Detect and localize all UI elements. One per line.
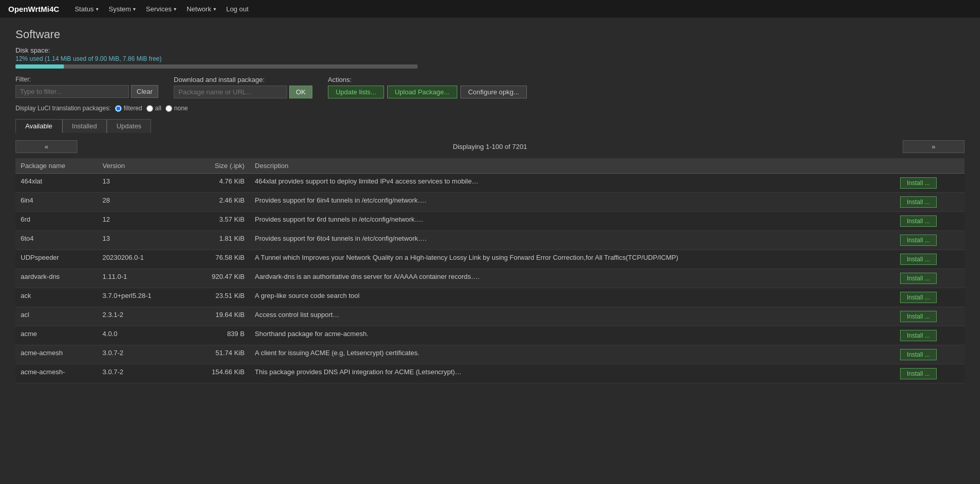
col-header-name: Package name xyxy=(15,158,97,174)
package-description-cell: Provides support for 6in4 tunnels in /et… xyxy=(250,193,895,212)
luci-all-label: all xyxy=(155,105,161,112)
package-version-cell: 20230206.0-1 xyxy=(97,250,186,269)
install-button[interactable]: Install ... xyxy=(900,273,937,284)
tab-available[interactable]: Available xyxy=(15,119,62,133)
package-name-cell: acl xyxy=(15,307,97,326)
nav-network[interactable]: Network ▾ xyxy=(181,0,221,18)
next-page-button[interactable]: » xyxy=(903,140,965,153)
table-row: 6rd123.57 KiBProvides support for 6rd tu… xyxy=(15,212,965,231)
table-row: 464xlat134.76 KiB464xlat provides suppor… xyxy=(15,174,965,193)
filter-input[interactable] xyxy=(15,85,129,98)
package-description-cell: Provides support for 6to4 tunnels in /et… xyxy=(250,231,895,250)
tab-installed[interactable]: Installed xyxy=(62,119,107,133)
install-button[interactable]: Install ... xyxy=(900,215,937,227)
package-name-cell: 6to4 xyxy=(15,231,97,250)
nav-system[interactable]: System ▾ xyxy=(104,0,141,18)
filter-group: Filter: Clear xyxy=(15,76,158,98)
install-button[interactable]: Install ... xyxy=(900,177,937,189)
package-version-cell: 3.7.0+perl5.28-1 xyxy=(97,288,186,307)
package-size-cell: 51.74 KiB xyxy=(186,345,250,364)
col-header-version: Version xyxy=(97,158,186,174)
package-version-cell: 2.3.1-2 xyxy=(97,307,186,326)
table-row: 6to4131.81 KiBProvides support for 6to4 … xyxy=(15,231,965,250)
package-name-cell: ack xyxy=(15,288,97,307)
download-input-row: OK xyxy=(174,86,312,98)
main-content: Software Disk space: 12% used (1.14 MiB … xyxy=(0,18,980,394)
package-size-cell: 839 B xyxy=(186,326,250,345)
package-action-cell: Install ... xyxy=(895,326,965,345)
package-name-cell: acme-acmesh xyxy=(15,345,97,364)
nav-logout[interactable]: Log out xyxy=(221,0,254,18)
col-header-size: Size (.ipk) xyxy=(186,158,250,174)
top-navbar: OpenWrtMi4C Status ▾ System ▾ Services ▾… xyxy=(0,0,980,18)
table-row: acl2.3.1-219.64 KiBAccess control list s… xyxy=(15,307,965,326)
package-size-cell: 2.46 KiB xyxy=(186,193,250,212)
luci-translation-row: Display LuCI translation packages: filte… xyxy=(15,105,965,112)
upload-package-button[interactable]: Upload Package... xyxy=(387,86,457,98)
page-title: Software xyxy=(15,28,965,41)
package-size-cell: 19.64 KiB xyxy=(186,307,250,326)
update-lists-button[interactable]: Update lists... xyxy=(328,86,384,98)
nav-status[interactable]: Status ▾ xyxy=(70,0,104,18)
package-action-cell: Install ... xyxy=(895,250,965,269)
prev-page-button[interactable]: « xyxy=(15,140,77,153)
package-description-cell: A client for issuing ACME (e.g, Letsencr… xyxy=(250,345,895,364)
package-table: Package name Version Size (.ipk) Descrip… xyxy=(15,158,965,383)
clear-filter-button[interactable]: Clear xyxy=(131,85,158,98)
luci-none-label: none xyxy=(174,105,188,112)
package-action-cell: Install ... xyxy=(895,212,965,231)
package-name-cell: 464xlat xyxy=(15,174,97,193)
package-name-cell: UDPspeeder xyxy=(15,250,97,269)
luci-filtered-radio[interactable] xyxy=(115,105,122,112)
configure-opkg-button[interactable]: Configure opkg... xyxy=(460,86,527,98)
package-name-cell: aardvark-dns xyxy=(15,269,97,288)
install-button[interactable]: Install ... xyxy=(900,292,937,303)
package-version-cell: 13 xyxy=(97,231,186,250)
install-button[interactable]: Install ... xyxy=(900,254,937,265)
package-description-cell: Aardvark-dns is an authoritative dns ser… xyxy=(250,269,895,288)
package-name-cell: acme xyxy=(15,326,97,345)
filter-download-actions-row: Filter: Clear Download and install packa… xyxy=(15,76,965,98)
table-row: 6in4282.46 KiBProvides support for 6in4 … xyxy=(15,193,965,212)
filter-label: Filter: xyxy=(15,76,158,83)
download-ok-button[interactable]: OK xyxy=(289,86,312,98)
package-action-cell: Install ... xyxy=(895,288,965,307)
package-size-cell: 154.66 KiB xyxy=(186,364,250,383)
table-row: ack3.7.0+perl5.28-123.51 KiBA grep-like … xyxy=(15,288,965,307)
col-header-action xyxy=(895,158,965,174)
install-button[interactable]: Install ... xyxy=(900,330,937,341)
disk-progress-fill xyxy=(15,64,64,69)
chevron-down-icon: ▾ xyxy=(133,6,136,12)
package-name-cell: 6rd xyxy=(15,212,97,231)
luci-none-radio[interactable] xyxy=(165,105,172,112)
package-size-cell: 1.81 KiB xyxy=(186,231,250,250)
chevron-down-icon: ▾ xyxy=(174,6,176,12)
disk-info: 12% used (1.14 MiB used of 9.00 MiB, 7.8… xyxy=(15,55,965,62)
package-size-cell: 920.47 KiB xyxy=(186,269,250,288)
chevron-down-icon: ▾ xyxy=(213,6,216,12)
package-description-cell: 464xlat provides support to deploy limit… xyxy=(250,174,895,193)
luci-all-option[interactable]: all xyxy=(146,105,161,112)
package-version-cell: 13 xyxy=(97,174,186,193)
package-size-cell: 3.57 KiB xyxy=(186,212,250,231)
install-button[interactable]: Install ... xyxy=(900,196,937,208)
package-action-cell: Install ... xyxy=(895,345,965,364)
luci-all-radio[interactable] xyxy=(146,105,153,112)
download-group: Download and install package: OK xyxy=(174,76,312,98)
nav-services[interactable]: Services ▾ xyxy=(141,0,181,18)
package-name-cell: 6in4 xyxy=(15,193,97,212)
package-description-cell: Provides support for 6rd tunnels in /etc… xyxy=(250,212,895,231)
download-input[interactable] xyxy=(174,86,287,98)
tab-updates[interactable]: Updates xyxy=(107,119,151,133)
luci-filtered-option[interactable]: filtered xyxy=(115,105,142,112)
package-version-cell: 1.11.0-1 xyxy=(97,269,186,288)
package-description-cell: Access control list support… xyxy=(250,307,895,326)
install-button[interactable]: Install ... xyxy=(900,311,937,322)
install-button[interactable]: Install ... xyxy=(900,349,937,360)
install-button[interactable]: Install ... xyxy=(900,235,937,246)
luci-none-option[interactable]: none xyxy=(165,105,188,112)
package-action-cell: Install ... xyxy=(895,307,965,326)
table-row: acme-acmesh-3.0.7-2154.66 KiBThis packag… xyxy=(15,364,965,383)
install-button[interactable]: Install ... xyxy=(900,368,937,379)
pagination-top: « Displaying 1-100 of 7201 » xyxy=(15,140,965,153)
